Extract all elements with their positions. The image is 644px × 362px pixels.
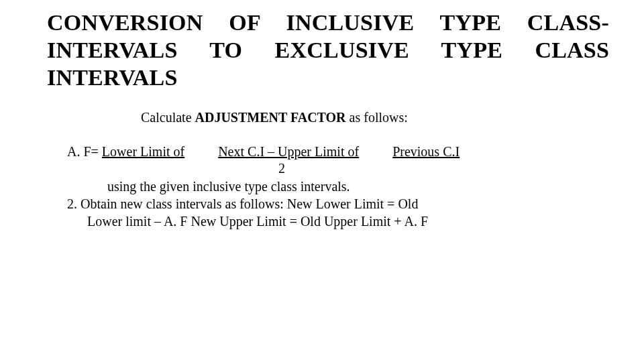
subtitle-pre: Calculate — [141, 110, 195, 125]
subtitle-post: as follows: — [346, 110, 408, 125]
formula-numerator-part2: Next C.I – Upper Limit of — [218, 144, 359, 159]
adjustment-factor-formula: A. F= Lower Limit of Next C.I – Upper Li… — [67, 144, 609, 160]
line-step2a: 2. Obtain new class intervals as follows… — [67, 195, 609, 213]
formula-numerator-part3: Previous C.I — [392, 144, 460, 159]
subtitle: Calculate ADJUSTMENT FACTOR as follows: — [141, 110, 609, 125]
formula-denominator: 2 — [278, 161, 609, 176]
formula-gap1 — [184, 144, 218, 159]
formula-gap2 — [359, 144, 392, 159]
subtitle-bold: ADJUSTMENT FACTOR — [195, 110, 346, 125]
body-text: using the given inclusive type class int… — [67, 178, 609, 230]
heading-title: CONVERSION OF INCLUSIVE TYPE CLASS-INTER… — [47, 9, 609, 91]
formula-numerator-part1: Lower Limit of — [102, 144, 184, 159]
formula-lead: A. F= — [67, 144, 102, 159]
line-step2b: Lower limit – A. F New Upper Limit = Old… — [67, 213, 609, 230]
line-using: using the given inclusive type class int… — [67, 178, 609, 195]
